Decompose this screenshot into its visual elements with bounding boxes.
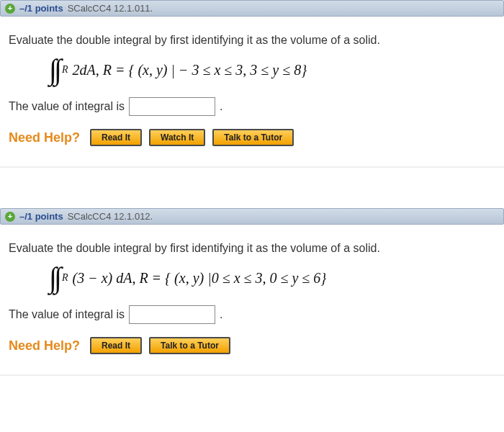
read-it-button[interactable]: Read It: [90, 129, 142, 146]
help-row: Need Help? Read It Talk to a Tutor: [9, 337, 495, 354]
question-block: + –/1 points SCalcCC4 12.1.011. Evaluate…: [0, 0, 504, 168]
talk-tutor-button[interactable]: Talk to a Tutor: [149, 337, 230, 354]
reference-id: SCalcCC4 12.1.011.: [68, 3, 153, 14]
answer-input[interactable]: [129, 305, 215, 324]
math-text: (3 − x) dA, R = { (x, y) |0 ≤ x ≤ 3, 0 ≤…: [72, 270, 326, 287]
math-expression: ∫∫R 2dA, R = { (x, y) | − 3 ≤ x ≤ 3, 3 ≤…: [49, 55, 495, 84]
integral-icon: ∫∫: [49, 55, 59, 84]
points-label: –/1 points: [19, 211, 63, 222]
points-label: –/1 points: [19, 3, 63, 14]
question-body: Evaluate the double integral by first id…: [0, 17, 504, 146]
question-prompt: Evaluate the double integral by first id…: [9, 34, 495, 47]
integral-region: R: [62, 272, 68, 284]
question-header: + –/1 points SCalcCC4 12.1.012.: [0, 208, 504, 225]
math-text: 2dA, R = { (x, y) | − 3 ≤ x ≤ 3, 3 ≤ y ≤…: [72, 62, 307, 78]
period: .: [220, 100, 222, 113]
integral-region: R: [62, 64, 68, 76]
question-block: + –/1 points SCalcCC4 12.1.012. Evaluate…: [0, 208, 504, 376]
question-body: Evaluate the double integral by first id…: [0, 225, 504, 354]
integral-icon: ∫∫: [49, 264, 59, 292]
period: .: [220, 308, 222, 321]
help-row: Need Help? Read It Watch It Talk to a Tu…: [9, 129, 495, 146]
question-prompt: Evaluate the double integral by first id…: [9, 242, 495, 255]
answer-label: The value of integral is: [9, 100, 125, 113]
answer-label: The value of integral is: [9, 308, 125, 321]
expand-icon[interactable]: +: [5, 4, 15, 14]
math-expression: ∫∫R (3 − x) dA, R = { (x, y) |0 ≤ x ≤ 3,…: [49, 264, 495, 292]
answer-input[interactable]: [129, 97, 215, 116]
reference-id: SCalcCC4 12.1.012.: [68, 211, 153, 222]
need-help-label: Need Help?: [9, 130, 80, 145]
read-it-button[interactable]: Read It: [90, 337, 142, 354]
watch-it-button[interactable]: Watch It: [149, 129, 205, 146]
answer-row: The value of integral is .: [9, 305, 495, 324]
expand-icon[interactable]: +: [5, 212, 15, 222]
answer-row: The value of integral is .: [9, 97, 495, 116]
talk-tutor-button[interactable]: Talk to a Tutor: [212, 129, 294, 146]
question-header: + –/1 points SCalcCC4 12.1.011.: [0, 0, 504, 17]
need-help-label: Need Help?: [9, 338, 80, 354]
